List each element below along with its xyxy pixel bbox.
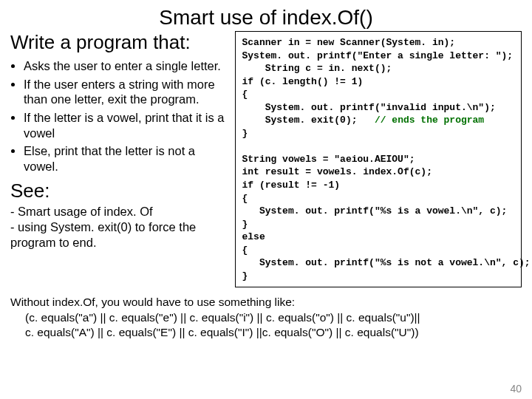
code-line: }	[242, 270, 248, 282]
see-heading: See:	[10, 180, 228, 202]
code-line: {	[242, 245, 248, 256]
code-line: {	[242, 89, 248, 100]
bottom-code-line: c. equals("A") || c. equals("E") || c. e…	[10, 325, 522, 340]
bottom-intro: Without index.Of, you would have to use …	[10, 295, 522, 310]
code-line: Scanner in = new Scanner(System. in);	[242, 37, 455, 48]
left-column: Write a program that: Asks the user to e…	[10, 31, 228, 287]
see-line: - using System. exit(0) to force the pro…	[10, 219, 228, 250]
code-line: String vowels = "aeiou.AEIOU";	[242, 154, 415, 165]
code-line: String c = in. next();	[242, 63, 392, 74]
code-line: int result = vowels. index.Of(c);	[242, 166, 432, 177]
bottom-note: Without index.Of, you would have to use …	[10, 295, 522, 339]
code-comment: // ends the program	[375, 115, 484, 126]
bottom-code-line: (c. equals("a") || c. equals("e") || c. …	[10, 310, 522, 325]
code-line: System. out. printf("%s is a vowel.\n", …	[242, 205, 507, 216]
list-item: Else, print that the letter is not a vow…	[24, 143, 228, 174]
code-line: }	[242, 219, 248, 230]
list-item: Asks the user to enter a single letter.	[24, 58, 228, 74]
code-line: System. out. printf("Enter a single lett…	[242, 50, 513, 61]
code-line: System. out. printf("%s is not a vowel.\…	[242, 257, 530, 268]
see-body: - Smart usage of index. Of - using Syste…	[10, 204, 228, 250]
code-box: Scanner in = new Scanner(System. in); Sy…	[235, 31, 522, 287]
list-item: If the user enters a string with more th…	[24, 77, 228, 107]
content-columns: Write a program that: Asks the user to e…	[10, 31, 522, 287]
code-line: if (c. length() != 1)	[242, 76, 363, 87]
code-line: System. out. printf("invalid input.\n");	[242, 102, 495, 113]
requirements-list: Asks the user to enter a single letter. …	[10, 58, 228, 174]
slide-title: Smart use of index.Of()	[10, 6, 522, 30]
code-line: if (result != -1)	[242, 180, 340, 191]
see-line: - Smart usage of index. Of	[10, 204, 228, 219]
list-item: If the letter is a vowel, print that it …	[24, 110, 228, 140]
code-line: }	[242, 128, 248, 139]
code-line: else	[242, 231, 265, 242]
right-column: Scanner in = new Scanner(System. in); Sy…	[235, 31, 522, 287]
code-line: {	[242, 193, 248, 204]
write-program-heading: Write a program that:	[10, 31, 228, 54]
page-number: 40	[510, 383, 522, 395]
code-line: System. exit(0);	[242, 115, 374, 126]
